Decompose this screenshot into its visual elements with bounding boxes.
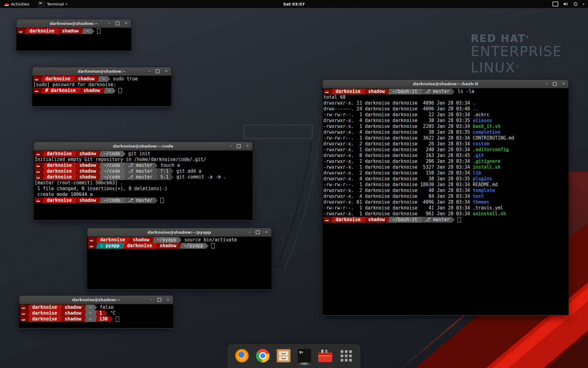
- minimize-button[interactable]: –: [108, 19, 110, 28]
- file-meta: -rw-rw-r--. 1 darknoise darknoise 3622 J…: [323, 135, 473, 141]
- close-button[interactable]: ✕: [165, 67, 168, 75]
- prompt-segment-user: darknoise: [43, 76, 73, 82]
- dock-item-chrome[interactable]: [256, 349, 270, 363]
- window-titlebar[interactable]: darknoise@shadow:~ – ✕: [32, 67, 171, 76]
- segment-separator: [98, 168, 101, 174]
- terminal-content[interactable]: darknoiseshadow~sudo true[sudo] password…: [32, 76, 171, 106]
- segment-separator: [387, 89, 390, 94]
- file-name: lib: [473, 170, 481, 176]
- dock-item-firefox[interactable]: [235, 349, 249, 363]
- terminal-content[interactable]: darknoiseshadow~/codegit initInitialized…: [34, 151, 252, 220]
- prompt-segment-host: shadow: [75, 76, 97, 82]
- close-button[interactable]: ✕: [125, 19, 128, 28]
- terminal-window-exitcodes[interactable]: darknoise@shadow:~ – ✕ darknoiseshadow~f…: [19, 295, 173, 328]
- prompt-segment-host: shadow: [77, 197, 98, 203]
- dock-item-show-applications[interactable]: [339, 349, 353, 363]
- close-button[interactable]: ✕: [562, 80, 565, 88]
- prompt-segment-user: darknoise: [125, 243, 154, 249]
- segment-separator: [74, 163, 77, 168]
- file-name: .editorconfig: [473, 147, 509, 152]
- dock-item-files[interactable]: [277, 349, 291, 363]
- minimize-button[interactable]: –: [249, 228, 251, 236]
- segment-separator: [155, 168, 158, 174]
- window-titlebar[interactable]: darknoise@shadow:~/bash-it – ✕: [323, 80, 568, 88]
- minimize-button[interactable]: –: [546, 80, 548, 88]
- maximize-button[interactable]: [156, 67, 160, 75]
- window-titlebar[interactable]: darknoise@shadow:~ – ✕: [17, 19, 131, 28]
- chevron-down-icon[interactable]: ▾: [583, 2, 584, 6]
- command-text: git init: [128, 151, 150, 157]
- prompt-arrow: [452, 217, 455, 223]
- file-list-row: drwxrwxr-x. 2 darknoise darknoise 40 Jan…: [323, 188, 568, 194]
- segment-separator: [420, 89, 423, 94]
- segment-separator: [27, 310, 30, 316]
- file-name: completion: [473, 129, 500, 135]
- segment-separator: [98, 163, 101, 168]
- file-list-row: drwxrwxr-x. 2 darknoise darknoise 150 Ja…: [323, 170, 568, 176]
- terminal-content[interactable]: darknoiseshadow~falsedarknoiseshadow~1^C…: [19, 304, 173, 328]
- minimize-button[interactable]: –: [149, 67, 150, 75]
- terminal-cursor: [119, 88, 122, 93]
- terminal-window-home-1[interactable]: darknoise@shadow:~ – ✕ darknoiseshadow~: [16, 19, 131, 51]
- file-meta: drwxrwxr-x. 2 darknoise darknoise 40 Jan…: [323, 188, 473, 193]
- prompt-segment-path: ~/code: [101, 197, 123, 203]
- segment-separator: [94, 316, 97, 322]
- logo-linux: LINUX: [471, 59, 515, 76]
- terminal-line: darknoiseshadow~/code⎇ mastertouch a: [35, 163, 252, 168]
- prompt-arrow: [155, 197, 158, 203]
- rhel-wallpaper-logo: RED HAT® ENTERPRISE LINUX®: [471, 32, 562, 75]
- command-text: false: [100, 305, 114, 310]
- terminal-content[interactable]: darknoiseshadow~/bash-it⎇ masterls -lato…: [323, 88, 568, 315]
- file-name: README.md: [473, 182, 498, 187]
- terminal-window-code[interactable]: darknoise@shadow:~/code – ✕ darknoisesha…: [34, 142, 253, 220]
- window-title: darknoise@shadow:~/pyapp: [87, 230, 271, 235]
- prompt-segment-host: shadow: [59, 28, 81, 34]
- segment-separator: [74, 197, 77, 203]
- maximize-button[interactable]: [237, 142, 241, 150]
- dock-item-toolbox[interactable]: [318, 349, 332, 363]
- prompt-segment-path: ~/code: [101, 163, 123, 168]
- window-titlebar[interactable]: darknoise@shadow:~/code – ✕: [34, 142, 252, 151]
- minimize-button[interactable]: –: [230, 142, 232, 150]
- segment-separator: [42, 151, 44, 157]
- volume-icon[interactable]: [563, 2, 568, 6]
- window-title: darknoise@shadow:~/code: [34, 144, 252, 148]
- maximize-button[interactable]: [115, 19, 119, 28]
- window-titlebar[interactable]: darknoise@shadow:~/pyapp – ✕: [87, 228, 271, 237]
- file-name: install.sh: [473, 164, 500, 170]
- prompt-arrow: [123, 151, 126, 157]
- display-icon[interactable]: [552, 2, 558, 6]
- activities-button[interactable]: Activities: [3, 0, 30, 8]
- terminal-content[interactable]: darknoiseshadow~: [17, 28, 131, 51]
- terminal-content[interactable]: darknoiseshadow~/pyappsource bin/activat…: [87, 237, 271, 289]
- maximize-button[interactable]: [157, 296, 161, 304]
- close-button[interactable]: ✕: [167, 296, 170, 304]
- maximize-button[interactable]: [256, 228, 260, 236]
- close-button[interactable]: ✕: [246, 142, 249, 150]
- prompt-segment-path: ~: [100, 76, 107, 82]
- power-icon[interactable]: [573, 2, 578, 6]
- terminal-window-sudo[interactable]: darknoise@shadow:~ – ✕ darknoiseshadow~s…: [32, 67, 172, 107]
- terminal-window-pyapp[interactable]: darknoise@shadow:~/pyapp – ✕ darknoisesh…: [87, 228, 272, 290]
- clock[interactable]: Sat 03:57: [283, 2, 305, 6]
- dock-item-terminal[interactable]: $>: [297, 349, 311, 363]
- close-button[interactable]: ✕: [265, 228, 268, 236]
- prompt-arrow: [179, 237, 182, 243]
- file-list-row: -rwxrwxr-x. 1 darknoise darknoise 961 Ja…: [323, 211, 568, 217]
- window-titlebar[interactable]: darknoise@shadow:~ – ✕: [19, 296, 173, 304]
- terminal-cursor: [458, 217, 461, 222]
- prompt-segment-path: ~/code: [101, 174, 123, 180]
- terminal-cursor: [160, 198, 164, 203]
- terminal-output-line: create mode 100644 a: [35, 192, 252, 197]
- segment-separator: [74, 151, 77, 157]
- file-list-row: drwxrwxr-x. 4 darknoise darknoise 38 Jan…: [323, 176, 568, 182]
- segment-separator: [81, 28, 84, 34]
- file-meta: drwxrwxr-x. 4 darknoise darknoise 38 Jan…: [323, 176, 473, 182]
- minimize-button[interactable]: –: [150, 296, 152, 304]
- terminal-window-bash-it[interactable]: darknoise@shadow:~/bash-it – ✕ darknoise…: [322, 79, 569, 316]
- maximize-button[interactable]: [553, 80, 557, 88]
- segment-separator: [330, 89, 333, 94]
- app-menu-terminal[interactable]: $> Terminal ▾: [37, 0, 68, 8]
- prompt-segment-host: shadow: [77, 151, 98, 157]
- prompt-segment-path: ~: [84, 28, 91, 34]
